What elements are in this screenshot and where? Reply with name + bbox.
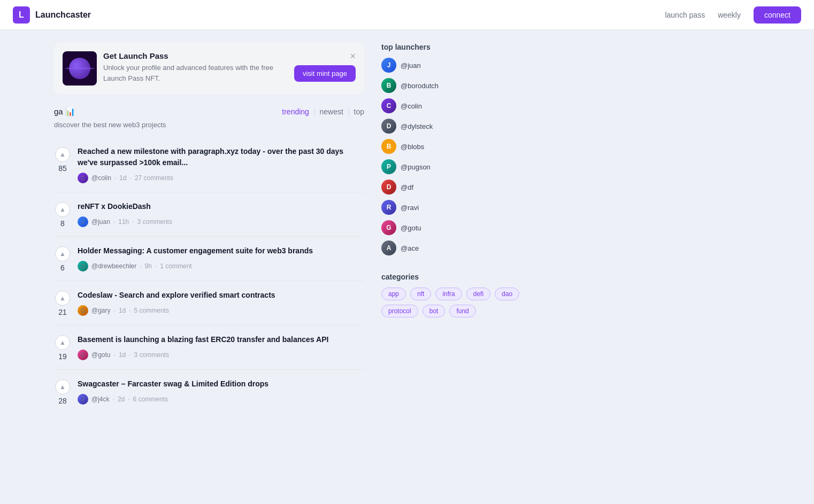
logo-icon: L: [13, 6, 30, 24]
launchers-section: top launchers J @juan B @borodutch C @co…: [381, 43, 531, 255]
vote-count: 19: [58, 352, 67, 361]
launcher-item[interactable]: A @ace: [381, 241, 531, 255]
filter-top[interactable]: top: [354, 107, 364, 116]
post-avatar: J: [78, 216, 88, 227]
launcher-name: @borodutch: [401, 82, 439, 90]
launcher-item[interactable]: D @dylsteck: [381, 119, 531, 134]
weekly-link[interactable]: weekly: [718, 11, 741, 19]
vote-section: ▲ 85: [54, 146, 71, 173]
launcher-list: J @juan B @borodutch C @colin D @dylstec…: [381, 58, 531, 255]
app-name: Launchcaster: [35, 10, 91, 20]
upvote-button[interactable]: ▲: [55, 147, 70, 162]
launcher-avatar: C: [381, 98, 396, 113]
launcher-name: @pugson: [401, 163, 431, 171]
post-author[interactable]: @juan: [91, 218, 110, 226]
filter-tabs: trending | newest | top: [282, 107, 364, 116]
post-time: 2d: [118, 396, 125, 403]
launcher-item[interactable]: B @borodutch: [381, 78, 531, 93]
launcher-avatar: A: [381, 241, 396, 255]
launch-pass-link[interactable]: launch pass: [665, 11, 705, 19]
header: L Launchcaster launch pass weekly connec…: [0, 0, 814, 30]
post-item: ▲ 21 Codeslaw - Search and explore verif…: [54, 281, 364, 325]
post-content: Swagcaster – Farcaster swag & Limited Ed…: [78, 378, 364, 405]
upvote-button[interactable]: ▲: [55, 335, 70, 350]
category-tag[interactable]: fund: [449, 305, 475, 317]
vote-count: 21: [58, 308, 67, 316]
category-tag[interactable]: dao: [495, 288, 519, 300]
post-meta: J @juan · 11h · 3 comments: [78, 216, 364, 227]
post-author[interactable]: @gary: [91, 307, 111, 314]
category-tag[interactable]: nft: [410, 288, 431, 300]
post-comments[interactable]: 3 comments: [137, 218, 172, 226]
post-meta: C @colin · 1d · 27 comments: [78, 173, 364, 183]
filter-newest[interactable]: newest: [320, 107, 343, 116]
post-dot: ·: [114, 174, 116, 182]
post-meta: J @j4ck · 2d · 6 comments: [78, 394, 364, 405]
post-comments[interactable]: 5 comments: [134, 307, 169, 314]
category-tag[interactable]: defi: [466, 288, 490, 300]
launchers-title: top launchers: [381, 43, 531, 51]
header-nav: launch pass weekly connect: [665, 6, 801, 24]
launcher-item[interactable]: P @pugson: [381, 159, 531, 174]
launcher-item[interactable]: G @gotu: [381, 220, 531, 235]
category-tag[interactable]: bot: [423, 305, 446, 317]
post-item: ▲ 6 Holder Messaging: A customer engagem…: [54, 237, 364, 281]
filter-trending[interactable]: trending: [282, 107, 309, 116]
launcher-avatar: D: [381, 119, 396, 134]
post-meta: D @drewbeechler · 9h · 1 comment: [78, 261, 364, 272]
category-tag[interactable]: protocol: [381, 305, 418, 317]
post-title[interactable]: Swagcaster – Farcaster swag & Limited Ed…: [78, 378, 364, 390]
promo-close-button[interactable]: ×: [350, 51, 356, 61]
post-title[interactable]: Basement is launching a blazing fast ERC…: [78, 334, 364, 345]
connect-button[interactable]: connect: [754, 6, 801, 24]
post-dot: ·: [113, 218, 115, 226]
launcher-avatar: D: [381, 180, 396, 195]
upvote-button[interactable]: ▲: [55, 246, 70, 261]
post-comments[interactable]: 3 comments: [134, 351, 169, 359]
post-meta: G @gotu · 1d · 3 comments: [78, 350, 364, 360]
post-dot-2: ·: [128, 396, 129, 403]
post-author[interactable]: @j4ck: [91, 396, 110, 403]
post-avatar: D: [78, 261, 88, 272]
launcher-item[interactable]: C @colin: [381, 98, 531, 113]
post-item: ▲ 28 Swagcaster – Farcaster swag & Limit…: [54, 370, 364, 414]
page-container: Get Launch Pass Unlock your profile and …: [33, 30, 781, 427]
category-tag[interactable]: app: [381, 288, 406, 300]
logo[interactable]: L Launchcaster: [13, 6, 91, 24]
upvote-button[interactable]: ▲: [55, 379, 70, 394]
post-title[interactable]: Codeslaw - Search and explore verified s…: [78, 290, 364, 301]
vote-section: ▲ 8: [54, 201, 71, 228]
upvote-button[interactable]: ▲: [55, 291, 70, 306]
post-time: 11h: [118, 218, 129, 226]
category-tag[interactable]: infra: [435, 288, 462, 300]
mint-button[interactable]: visit mint page: [294, 65, 356, 82]
logo-letter: L: [19, 10, 24, 20]
post-title[interactable]: reNFT x DookieDash: [78, 201, 364, 212]
post-comments[interactable]: 27 comments: [135, 174, 173, 182]
launcher-name: @colin: [401, 102, 422, 110]
feed-tagline: discover the best new web3 projects: [54, 121, 364, 129]
vote-section: ▲ 21: [54, 290, 71, 316]
launcher-name: @ace: [401, 244, 419, 252]
post-dot-2: ·: [129, 307, 130, 314]
post-author[interactable]: @colin: [91, 174, 111, 182]
post-author[interactable]: @gotu: [91, 351, 111, 359]
launcher-item[interactable]: D @df: [381, 180, 531, 195]
promo-image: [63, 51, 97, 86]
launcher-item[interactable]: B @blobs: [381, 139, 531, 154]
post-title[interactable]: Reached a new milestone with paragraph.x…: [78, 146, 364, 168]
post-dot: ·: [114, 307, 116, 314]
launcher-item[interactable]: J @juan: [381, 58, 531, 73]
vote-section: ▲ 6: [54, 245, 71, 272]
post-comments[interactable]: 1 comment: [160, 262, 191, 270]
post-comments[interactable]: 6 comments: [133, 396, 168, 403]
post-avatar: J: [78, 394, 88, 405]
post-item: ▲ 19 Basement is launching a blazing fas…: [54, 325, 364, 370]
post-time: 1d: [119, 307, 126, 314]
promo-text: Get Launch Pass Unlock your profile and …: [103, 51, 288, 83]
post-title[interactable]: Holder Messaging: A customer engagement …: [78, 245, 364, 257]
vote-count: 8: [60, 219, 65, 228]
post-author[interactable]: @drewbeechler: [91, 262, 136, 270]
launcher-item[interactable]: R @ravi: [381, 200, 531, 215]
upvote-button[interactable]: ▲: [55, 202, 70, 217]
